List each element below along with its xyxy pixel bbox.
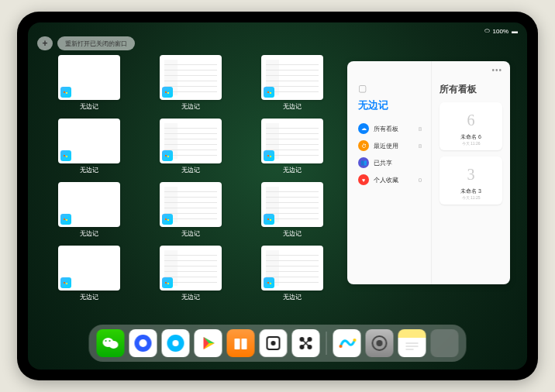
freeform-app-panel[interactable]: ••• ▢ 无边记 ☁所有看板8⏱最近使用8👥已共享♥个人收藏0 所有看板 6未… bbox=[347, 61, 510, 284]
thumbnail-preview[interactable] bbox=[58, 182, 120, 227]
purple-category-icon: 👥 bbox=[358, 157, 369, 168]
dock-icon-app-2[interactable] bbox=[292, 329, 320, 357]
window-thumbnail[interactable]: 无边记 bbox=[45, 182, 133, 238]
thumbnail-preview[interactable] bbox=[160, 182, 222, 227]
freeform-app-icon bbox=[264, 214, 274, 225]
window-thumbnail[interactable]: 无边记 bbox=[249, 55, 336, 111]
freeform-app-icon bbox=[60, 87, 71, 98]
thumbnail-label: 无边记 bbox=[283, 166, 302, 174]
sidebar-toggle-icon[interactable]: ▢ bbox=[358, 83, 422, 94]
board-card[interactable]: 6未命名 6今天 11:26 bbox=[440, 102, 502, 150]
dock-separator bbox=[326, 332, 327, 355]
freeform-app-icon bbox=[162, 150, 173, 161]
sidebar-item[interactable]: ♥个人收藏0 bbox=[358, 171, 422, 188]
thumbnail-preview[interactable] bbox=[160, 55, 222, 100]
sidebar-item-label: 已共享 bbox=[374, 159, 392, 167]
thumbnail-preview[interactable] bbox=[58, 55, 120, 100]
battery-label: 100% bbox=[493, 28, 508, 35]
sidebar-item[interactable]: ⏱最近使用8 bbox=[358, 137, 422, 154]
svg-point-19 bbox=[353, 339, 357, 342]
window-thumbnail[interactable]: 无边记 bbox=[45, 119, 133, 174]
window-thumbnail[interactable]: 无边记 bbox=[45, 55, 133, 111]
board-timestamp: 今天 11:26 bbox=[462, 141, 481, 146]
thumbnail-label: 无边记 bbox=[283, 229, 302, 238]
red-category-icon: ♥ bbox=[358, 174, 369, 185]
dock-icon-browser-1[interactable] bbox=[129, 329, 157, 357]
svg-point-7 bbox=[173, 340, 179, 346]
add-button[interactable]: + bbox=[37, 36, 53, 50]
svg-point-18 bbox=[340, 345, 343, 348]
ipad-device-frame: ⬭ 100% ▬ + 重新打开已关闭的窗口 无边记无边记无边记无边记无边记无边记… bbox=[17, 12, 538, 380]
sidebar-item[interactable]: ☁所有看板8 bbox=[358, 120, 422, 137]
sidebar-item-count: 8 bbox=[419, 143, 422, 150]
thumbnail-preview[interactable] bbox=[58, 119, 120, 163]
thumbnail-preview[interactable] bbox=[160, 119, 222, 163]
window-thumbnail[interactable]: 无边记 bbox=[249, 119, 336, 174]
svg-point-1 bbox=[109, 341, 119, 349]
wifi-icon: ⬭ bbox=[484, 27, 490, 35]
thumbnail-preview[interactable] bbox=[261, 246, 323, 291]
ipad-screen: ⬭ 100% ▬ + 重新打开已关闭的窗口 无边记无边记无边记无边记无边记无边记… bbox=[28, 22, 527, 370]
sidebar-item-label: 个人收藏 bbox=[374, 176, 398, 184]
panel-content-title: 所有看板 bbox=[440, 83, 502, 96]
thumbnail-label: 无边记 bbox=[80, 293, 98, 301]
window-thumbnail[interactable]: 无边记 bbox=[249, 182, 336, 238]
svg-point-5 bbox=[140, 339, 147, 347]
sidebar-item-label: 所有看板 bbox=[374, 125, 398, 133]
thumbnail-label: 无边记 bbox=[181, 102, 200, 111]
panel-more-icon[interactable]: ••• bbox=[491, 66, 502, 74]
thumbnail-label: 无边记 bbox=[80, 102, 98, 111]
svg-rect-8 bbox=[235, 339, 240, 349]
thumbnail-label: 无边记 bbox=[181, 293, 200, 301]
blue-category-icon: ☁ bbox=[358, 123, 369, 134]
dock-icon-play[interactable] bbox=[195, 329, 222, 357]
dock-icon-settings[interactable] bbox=[366, 329, 394, 357]
panel-sidebar: ▢ 无边记 ☁所有看板8⏱最近使用8👥已共享♥个人收藏0 bbox=[347, 61, 432, 284]
dock-icon-app-1[interactable] bbox=[260, 329, 288, 357]
thumbnail-label: 无边记 bbox=[283, 102, 302, 111]
window-thumbnail[interactable]: 无边记 bbox=[147, 119, 234, 174]
sidebar-item-count: 0 bbox=[419, 177, 422, 184]
reopen-closed-window-button[interactable]: 重新打开已关闭的窗口 bbox=[57, 36, 135, 50]
window-thumbnail[interactable]: 无边记 bbox=[147, 246, 234, 301]
svg-point-21 bbox=[377, 340, 383, 346]
board-name: 未命名 3 bbox=[460, 187, 481, 195]
freeform-app-icon bbox=[162, 214, 173, 225]
panel-content: 所有看板 6未命名 6今天 11:263未命名 3今天 11:25 bbox=[432, 61, 510, 284]
dock-icon-notes[interactable] bbox=[398, 329, 426, 357]
freeform-app-icon bbox=[60, 150, 71, 161]
board-card[interactable]: 3未命名 3今天 11:25 bbox=[440, 156, 502, 205]
board-timestamp: 今天 11:25 bbox=[462, 195, 481, 200]
dock-icon-recent-apps[interactable] bbox=[431, 329, 459, 357]
freeform-app-icon bbox=[264, 277, 274, 288]
svg-point-11 bbox=[271, 341, 276, 346]
thumbnail-preview[interactable] bbox=[261, 119, 323, 163]
freeform-app-icon bbox=[60, 214, 71, 225]
thumbnail-label: 无边记 bbox=[283, 293, 302, 301]
dock-icon-freeform[interactable] bbox=[333, 329, 361, 357]
board-name: 未命名 6 bbox=[460, 133, 481, 141]
thumbnail-preview[interactable] bbox=[160, 246, 222, 291]
battery-icon: ▬ bbox=[512, 28, 518, 35]
freeform-app-icon bbox=[162, 87, 173, 98]
freeform-app-icon bbox=[264, 87, 274, 98]
window-thumbnail[interactable]: 无边记 bbox=[45, 246, 133, 301]
freeform-app-icon bbox=[162, 277, 173, 288]
window-thumbnail[interactable]: 无边记 bbox=[249, 246, 336, 301]
sidebar-item-count: 8 bbox=[419, 126, 422, 132]
board-preview: 3 bbox=[457, 161, 486, 187]
window-thumbnail[interactable]: 无边记 bbox=[147, 55, 234, 111]
dock-icon-wechat[interactable] bbox=[97, 329, 125, 357]
thumbnail-preview[interactable] bbox=[58, 246, 120, 291]
sidebar-item[interactable]: 👥已共享 bbox=[358, 154, 422, 171]
dock-icon-browser-2[interactable] bbox=[162, 329, 190, 357]
thumbnail-label: 无边记 bbox=[181, 229, 200, 238]
window-thumbnail[interactable]: 无边记 bbox=[147, 182, 234, 238]
freeform-app-icon bbox=[60, 277, 71, 288]
dock-icon-books[interactable] bbox=[227, 329, 255, 357]
status-bar: ⬭ 100% ▬ bbox=[28, 26, 527, 36]
thumbnail-label: 无边记 bbox=[80, 166, 98, 174]
svg-point-2 bbox=[105, 340, 107, 342]
thumbnail-preview[interactable] bbox=[261, 55, 323, 100]
thumbnail-preview[interactable] bbox=[261, 182, 323, 227]
